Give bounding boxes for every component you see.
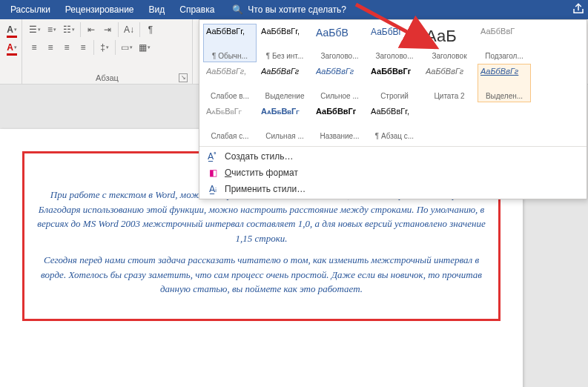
font-color-dropdown[interactable]: A▾ bbox=[4, 22, 19, 37]
style-sample: АаБбВг bbox=[371, 27, 418, 47]
menu-create-style[interactable]: A̲ﾟ Создать стиль… bbox=[199, 148, 587, 165]
style-cell[interactable]: АаБбВвГгСтрогий bbox=[368, 64, 421, 102]
shading-button[interactable]: ▭▾ bbox=[119, 40, 135, 55]
align-right-button[interactable]: ≡ bbox=[59, 40, 74, 55]
style-name-label: Сильная ... bbox=[261, 132, 308, 140]
style-cell[interactable]: АаБбВвГгВыделение bbox=[258, 64, 311, 102]
style-sample: АаБбВвГг, bbox=[206, 27, 254, 47]
style-cell[interactable]: АаБбВвГгВыделен... bbox=[478, 64, 531, 102]
style-sample: АаБбВвГг bbox=[316, 67, 363, 87]
tab-mailings[interactable]: Рассылки bbox=[3, 0, 58, 19]
style-cell[interactable]: АаБбВЗаголово... bbox=[313, 24, 366, 62]
style-name-label: Название... bbox=[316, 132, 363, 140]
style-sample: АаБбВвГ bbox=[480, 27, 528, 47]
menu-clear-format-label: Очистить формат bbox=[225, 168, 298, 178]
style-sample: АаБбВвГг bbox=[206, 107, 254, 128]
style-name-label: ¶ Обычн... bbox=[206, 52, 254, 60]
search-icon: 🔍 bbox=[232, 4, 243, 15]
style-cell[interactable]: АаБбВвГгНазвание... bbox=[313, 104, 366, 142]
align-center-button[interactable]: ≡ bbox=[43, 40, 58, 55]
style-sample: АаБбВ bbox=[316, 27, 363, 47]
tellme-search[interactable]: 🔍 Что вы хотите сделать? bbox=[222, 0, 354, 19]
tellme-label: Что вы хотите сделать? bbox=[248, 4, 346, 15]
style-sample: АаБбВвГг bbox=[316, 107, 363, 128]
style-name-label: Заголовок bbox=[426, 52, 473, 60]
style-name-label: Подзагол... bbox=[480, 52, 528, 60]
menu-apply-styles[interactable]: A̲ᵢ Применить стили… bbox=[199, 181, 587, 197]
style-sample: АаБбВвГг bbox=[261, 67, 308, 87]
style-name-label: Заголово... bbox=[316, 52, 363, 60]
paragraph-launcher-icon[interactable]: ↘ bbox=[179, 73, 188, 82]
style-name-label: Выделение bbox=[261, 92, 308, 100]
style-cell[interactable]: АаБЗаголовок bbox=[423, 24, 476, 62]
show-marks-button[interactable]: ¶ bbox=[143, 22, 158, 37]
line-spacing-button[interactable]: ‡▾ bbox=[97, 40, 112, 55]
style-cell[interactable]: АаБбВвГг,Слабое в... bbox=[203, 64, 257, 102]
ribbon-tabs-bar: Рассылки Рецензирование Вид Справка 🔍 Чт… bbox=[0, 0, 588, 19]
style-cell[interactable]: АаБбВвГПодзагол... bbox=[478, 24, 531, 62]
style-sample: АаБбВвГг bbox=[371, 67, 418, 87]
style-cell[interactable]: АаБбВвГг,¶ Абзац с... bbox=[368, 104, 421, 142]
styles-gallery-panel: АаБбВвГг,¶ Обычн...АаБбВвГг,¶ Без инт...… bbox=[199, 19, 587, 199]
style-name-label: Заголово... bbox=[371, 52, 418, 60]
tab-view[interactable]: Вид bbox=[142, 0, 173, 19]
tab-help[interactable]: Справка bbox=[172, 0, 222, 19]
style-cell[interactable]: АаБбВвГгСильная ... bbox=[258, 104, 311, 142]
indent-increase-button[interactable]: ⇥ bbox=[100, 22, 115, 37]
style-cell[interactable]: АаБбВгЗаголово... bbox=[368, 24, 421, 62]
sort-button[interactable]: A↓ bbox=[122, 22, 136, 37]
eraser-icon: ◧ bbox=[207, 167, 219, 179]
style-name-label: Выделен... bbox=[480, 92, 528, 100]
indent-decrease-button[interactable]: ⇤ bbox=[84, 22, 99, 37]
style-sample: АаБбВвГг, bbox=[206, 67, 254, 87]
style-sample: АаБбВвГг, bbox=[371, 107, 418, 128]
paragraph-group-label: Абзац ↘ bbox=[27, 73, 188, 84]
style-cell[interactable]: АаБбВвГгСильное ... bbox=[313, 64, 366, 102]
style-cell[interactable]: АаБбВвГгЦитата 2 bbox=[423, 64, 476, 102]
style-sample: АаБбВвГг, bbox=[261, 27, 308, 47]
style-name-label: ¶ Абзац с... bbox=[371, 132, 418, 140]
multilevel-button[interactable]: ☷▾ bbox=[61, 22, 77, 37]
style-cell[interactable]: АаБбВвГгСлабая с... bbox=[203, 104, 257, 142]
style-name-label: ¶ Без инт... bbox=[261, 52, 308, 60]
doc-paragraph-2: Сегодня перед нами стоит задача рассказа… bbox=[36, 253, 486, 297]
style-cell[interactable]: АаБбВвГг,¶ Без инт... bbox=[258, 24, 311, 62]
style-sample: АаБ bbox=[426, 27, 473, 47]
style-name-label: Сильное ... bbox=[316, 92, 363, 100]
style-name-label: Слабое в... bbox=[206, 92, 254, 100]
apply-styles-icon: A̲ᵢ bbox=[207, 183, 219, 195]
align-left-button[interactable]: ≡ bbox=[27, 40, 42, 55]
tab-review[interactable]: Рецензирование bbox=[58, 0, 142, 19]
style-name-label: Строгий bbox=[371, 92, 418, 100]
highlight-dropdown[interactable]: A▾ bbox=[4, 40, 19, 55]
menu-create-style-label: Создать стиль… bbox=[225, 151, 293, 162]
menu-clear-format[interactable]: ◧ Очистить формат bbox=[199, 165, 587, 181]
borders-button[interactable]: ▦▾ bbox=[136, 40, 153, 55]
bullets-button[interactable]: ☰▾ bbox=[27, 22, 43, 37]
style-sample: АаБбВвГг bbox=[426, 67, 473, 87]
styles-grid: АаБбВвГг,¶ Обычн...АаБбВвГг,¶ Без инт...… bbox=[199, 20, 587, 146]
style-cell[interactable]: АаБбВвГг,¶ Обычн... bbox=[203, 24, 257, 62]
numbering-button[interactable]: ≡▾ bbox=[44, 22, 59, 37]
share-icon[interactable] bbox=[572, 2, 585, 18]
align-justify-button[interactable]: ≡ bbox=[76, 40, 90, 55]
create-style-icon: A̲ﾟ bbox=[207, 150, 219, 162]
style-sample: АаБбВвГг bbox=[261, 107, 308, 128]
styles-panel-footer: A̲ﾟ Создать стиль… ◧ Очистить формат A̲ᵢ… bbox=[199, 146, 587, 199]
style-sample: АаБбВвГг bbox=[480, 67, 528, 87]
style-name-label: Цитата 2 bbox=[426, 92, 473, 100]
menu-apply-styles-label: Применить стили… bbox=[225, 184, 305, 194]
style-name-label: Слабая с... bbox=[206, 132, 254, 140]
